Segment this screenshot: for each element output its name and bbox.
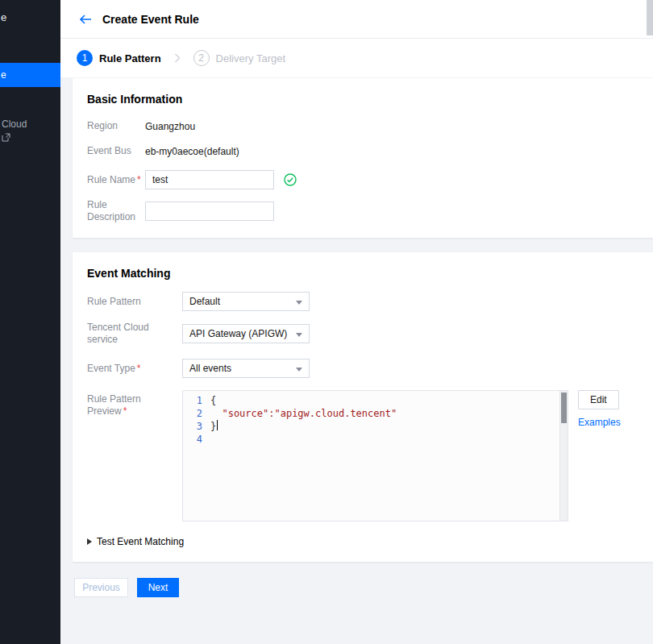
step-indicator: 1 Rule Pattern 2 Delivery Target — [60, 39, 653, 77]
service-select-value: API Gateway (APIGW) — [189, 328, 287, 339]
event-type-select-value: All events — [189, 363, 231, 374]
page-header: Create Event Rule — [60, 0, 653, 39]
editor-side-actions: Edit Examples — [578, 390, 621, 428]
sidebar-item-top[interactable]: e — [1, 11, 6, 23]
event-matching-card: Event Matching Rule Pattern Default Tenc… — [73, 252, 653, 562]
valid-check-icon — [284, 173, 297, 186]
rule-pattern-select-value: Default — [189, 296, 220, 307]
step-1-circle: 1 — [77, 50, 93, 66]
basic-information-card: Basic Information Region Guangzhou Event… — [73, 78, 653, 238]
step-delivery-target[interactable]: 2 Delivery Target — [193, 50, 285, 66]
rule-pattern-row: Rule Pattern Default — [87, 292, 638, 311]
chevron-down-icon — [296, 301, 302, 305]
service-select[interactable]: API Gateway (APIGW) — [182, 324, 310, 343]
triangle-right-icon — [87, 538, 92, 545]
event-matching-title: Event Matching — [87, 267, 638, 280]
sidebar: e e Cloud — [0, 0, 60, 644]
sidebar-item-active-label: e — [1, 69, 6, 81]
sidebar-link-cloud-label: Cloud — [2, 118, 27, 130]
rule-name-input[interactable] — [145, 170, 274, 189]
required-mark: * — [123, 405, 127, 417]
code-text: "source":"apigw.cloud.tencent" — [210, 407, 397, 420]
external-link-icon — [2, 133, 10, 142]
event-bus-value: eb-my0aecoe(default) — [145, 146, 239, 157]
code-line: 1 { — [183, 394, 568, 407]
step-2-circle: 2 — [193, 50, 210, 66]
basic-information-title: Basic Information — [87, 93, 638, 106]
region-row: Region Guangzhou — [87, 120, 638, 132]
chevron-down-icon — [296, 333, 302, 337]
test-event-matching-toggle[interactable]: Test Event Matching — [87, 536, 638, 547]
region-label: Region — [87, 120, 145, 132]
sidebar-item-active[interactable]: e — [0, 63, 60, 87]
examples-link[interactable]: Examples — [578, 417, 621, 428]
page-scrollbar-thumb[interactable] — [647, 0, 653, 35]
rule-pattern-preview-row: Rule Pattern Preview* 1 { 2 "source":"ap… — [87, 390, 638, 521]
editor-scrollbar[interactable] — [559, 391, 568, 521]
rule-pattern-preview-label: Rule Pattern Preview* — [87, 390, 182, 418]
event-type-select[interactable]: All events — [182, 359, 310, 378]
chevron-right-icon — [174, 53, 181, 63]
text-cursor — [217, 420, 218, 430]
editor-scrollbar-thumb[interactable] — [561, 393, 567, 423]
code-line: 4 — [183, 433, 568, 446]
step-1-label: Rule Pattern — [99, 52, 161, 64]
line-number: 4 — [183, 433, 210, 446]
rule-description-label: Rule Description — [87, 199, 145, 223]
edit-button[interactable]: Edit — [578, 390, 619, 409]
line-number: 2 — [183, 407, 210, 420]
next-button[interactable]: Next — [137, 578, 179, 597]
arrow-left-icon — [79, 14, 92, 25]
code-text: { — [210, 394, 216, 407]
rule-pattern-code-editor[interactable]: 1 { 2 "source":"apigw.cloud.tencent" 3 }… — [182, 390, 568, 521]
code-text: } — [210, 420, 216, 433]
event-type-row: Event Type* All events — [87, 359, 638, 378]
rule-description-row: Rule Description — [87, 199, 638, 223]
rule-name-label: Rule Name* — [87, 174, 145, 186]
region-value: Guangzhou — [145, 121, 195, 132]
sidebar-link-cloud[interactable]: Cloud — [2, 118, 27, 142]
required-mark: * — [137, 174, 141, 185]
event-bus-label: Event Bus — [87, 145, 145, 157]
page-title: Create Event Rule — [102, 13, 199, 26]
previous-button[interactable]: Previous — [74, 578, 128, 597]
step-rule-pattern[interactable]: 1 Rule Pattern — [77, 50, 161, 66]
chevron-down-icon — [296, 368, 302, 372]
main: Create Event Rule 1 Rule Pattern 2 Deliv… — [60, 0, 653, 644]
step-2-label: Delivery Target — [216, 52, 285, 64]
rule-pattern-label: Rule Pattern — [87, 296, 182, 308]
line-number: 3 — [183, 420, 210, 433]
service-label: Tencent Cloud service — [87, 322, 182, 346]
rule-name-row: Rule Name* — [87, 170, 638, 189]
service-row: Tencent Cloud service API Gateway (APIGW… — [87, 322, 638, 346]
rule-pattern-select[interactable]: Default — [182, 292, 310, 311]
code-line: 3 } — [183, 420, 568, 433]
event-type-label: Event Type* — [87, 363, 182, 375]
wizard-footer: Previous Next — [74, 578, 653, 597]
required-mark: * — [137, 363, 141, 374]
rule-description-input[interactable] — [145, 202, 274, 221]
back-button[interactable] — [78, 12, 93, 27]
event-bus-row: Event Bus eb-my0aecoe(default) — [87, 145, 638, 157]
line-number: 1 — [183, 394, 210, 407]
content: Basic Information Region Guangzhou Event… — [60, 78, 653, 644]
code-line: 2 "source":"apigw.cloud.tencent" — [183, 407, 568, 420]
test-event-matching-label: Test Event Matching — [97, 536, 184, 547]
